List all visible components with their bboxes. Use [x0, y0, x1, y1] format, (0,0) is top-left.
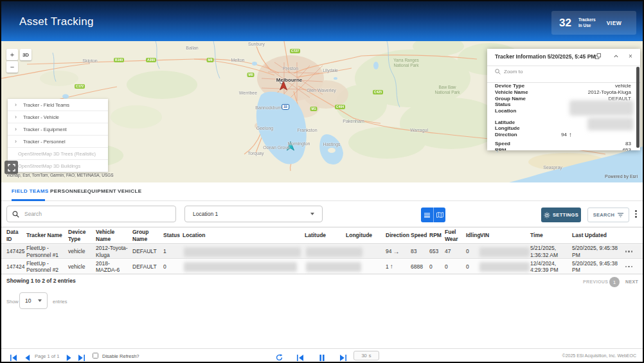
map-town-label: Seaspray: [543, 165, 562, 170]
entries-summary: Showing 1 to 2 of 2 entries: [6, 278, 76, 284]
skip-to-end-icon[interactable]: [340, 352, 346, 363]
dock-icon[interactable]: [595, 53, 601, 60]
park-label: Baw Baw National Park: [434, 85, 460, 95]
tab-field-teams[interactable]: FIELD TEAMS: [12, 188, 49, 194]
list-icon: [424, 213, 430, 218]
zoom-to-button[interactable]: Zoom to: [495, 69, 523, 75]
map-town-label: Hastings: [323, 142, 340, 146]
road-badge: B160: [114, 58, 124, 62]
map-town-label: Bannockburn: [255, 105, 282, 110]
zoom-out-button[interactable]: −: [6, 61, 18, 73]
app-header: Asset Tracking 32 Trackers In Use VIEW: [1, 1, 643, 41]
filter-icon: [618, 213, 623, 218]
disable-refresh-checkbox[interactable]: [93, 353, 98, 359]
copyright-text: ©2025 ESi Acquisition, Inc. WebEOC: [562, 353, 636, 358]
col-header[interactable]: Latitude: [305, 232, 346, 238]
map-attribution: Vicmap, Esri, TomTom, Garmin, FAO, METI/…: [6, 173, 114, 177]
location-select[interactable]: Location 1: [184, 206, 323, 222]
col-header[interactable]: Speed: [411, 232, 429, 238]
settings-button[interactable]: SETTINGS: [541, 208, 581, 222]
popup-field: Device Typevehicle: [495, 83, 631, 89]
map-town-label: Pakenham: [343, 119, 364, 123]
pause-icon[interactable]: [319, 352, 325, 363]
map-town-label: Glen Waverley: [307, 88, 336, 93]
footer-bar: Page 1 of 1 Disable Refresh? 30 s ©2025 …: [1, 348, 643, 362]
col-header[interactable]: VIN: [480, 232, 530, 238]
table-header-row: Data ID Tracker Name Device Type Vehicle…: [1, 227, 643, 244]
col-header[interactable]: Group Name: [132, 229, 163, 242]
map[interactable]: SkiptonBallanMeltonSunburyPrestonLilydal…: [1, 41, 643, 182]
show-label: Show: [6, 299, 19, 305]
zoom-in-button[interactable]: +: [6, 49, 18, 60]
3d-mode-button[interactable]: 3D: [20, 49, 31, 60]
search-input[interactable]: [23, 210, 170, 218]
layer-item[interactable]: Tracker - Personnel: [8, 136, 108, 148]
page-size-select[interactable]: 10: [19, 292, 48, 309]
close-icon[interactable]: ×: [629, 53, 632, 60]
view-button[interactable]: VIEW: [603, 17, 626, 29]
popup-field-list: Device Typevehicle Vehicle Name2012-Toyo…: [495, 83, 631, 150]
more-options-icon[interactable]: [635, 210, 637, 218]
park-label: Yarra Ranges National Park: [393, 58, 419, 68]
list-view-button[interactable]: [421, 208, 433, 222]
page-number-button[interactable]: 1: [609, 277, 620, 287]
table-row[interactable]: 147424 FleetUp - Personnel #2 vehicle 20…: [1, 260, 643, 274]
layer-item[interactable]: Tracker - Field Teams: [8, 99, 108, 111]
layer-item[interactable]: OpenStreetMap 3D Buildings: [8, 160, 108, 172]
col-header[interactable]: Location: [183, 232, 305, 238]
map-town-label: Melton: [231, 58, 244, 62]
layer-item[interactable]: OpenStreetMap 3D Trees (Realistic): [8, 148, 108, 160]
map-icon: [436, 212, 443, 218]
fullscreen-expand-button[interactable]: [4, 161, 18, 174]
table-row[interactable]: 147425 FleetUp - Personnel #1 vehicle 20…: [1, 245, 643, 259]
road-badge: C425: [373, 90, 383, 94]
col-header[interactable]: Idling: [466, 232, 480, 238]
redacted-location: [184, 262, 297, 272]
next-page-icon[interactable]: [66, 352, 72, 363]
layer-item[interactable]: Tracker - Vehicle: [8, 111, 108, 123]
popup-scrollbar[interactable]: [636, 67, 640, 148]
col-header[interactable]: Direction: [386, 232, 411, 238]
col-header[interactable]: Data ID: [1, 229, 26, 242]
col-header[interactable]: Status: [163, 232, 183, 238]
redacted-location: [184, 247, 301, 257]
col-header[interactable]: Vehicle Name: [96, 229, 132, 242]
tab-vehicle[interactable]: VEHICLE: [118, 188, 141, 194]
map-town-label: Sunbury: [248, 42, 265, 46]
previous-page-button[interactable]: PREVIOUS: [583, 279, 608, 284]
collapse-icon[interactable]: [613, 53, 619, 60]
map-town-label: Geelong: [256, 126, 273, 130]
road-badge: M1: [310, 107, 318, 111]
search-filter-button[interactable]: SEARCH: [587, 208, 629, 222]
layer-item[interactable]: Tracker - Equipment: [8, 123, 108, 136]
col-header[interactable]: Last Updated: [572, 232, 621, 238]
powered-by-esri: Powered by Esri: [605, 174, 638, 179]
chevron-down-icon: [38, 299, 42, 302]
col-header[interactable]: Device Type: [68, 229, 96, 242]
road-badge: C404: [335, 105, 345, 109]
previous-page-icon[interactable]: [24, 352, 31, 363]
col-header[interactable]: Time: [530, 232, 572, 238]
tab-personnel[interactable]: PERSONNEL: [50, 188, 84, 194]
page-title: Asset Tracking: [19, 15, 94, 28]
col-header[interactable]: Fuel Wear: [445, 229, 466, 242]
tab-equipment[interactable]: EQUIPMENT: [84, 188, 116, 194]
col-header[interactable]: Longitude: [346, 232, 386, 238]
row-actions-icon[interactable]: [625, 266, 633, 268]
road-badge: C172: [75, 84, 85, 89]
auto-refresh-icon[interactable]: [276, 352, 283, 363]
map-view-button[interactable]: [433, 208, 445, 222]
skip-to-start-icon[interactable]: [297, 352, 303, 363]
col-header[interactable]: RPM: [429, 232, 445, 238]
redacted-lat-long: [306, 262, 361, 272]
direction-arrow-icon: ↑: [569, 131, 572, 138]
next-page-button[interactable]: NEXT: [625, 279, 638, 284]
col-header[interactable]: Tracker Name: [26, 232, 68, 238]
refresh-interval-input[interactable]: 30 s: [353, 351, 379, 360]
redacted-vin: [479, 262, 530, 272]
last-page-icon[interactable]: [78, 352, 85, 363]
row-actions-icon[interactable]: [625, 251, 633, 252]
first-page-icon[interactable]: [10, 352, 17, 363]
redacted-status-location: [569, 100, 634, 116]
layer-item-label: Tracker - Equipment: [23, 127, 67, 132]
